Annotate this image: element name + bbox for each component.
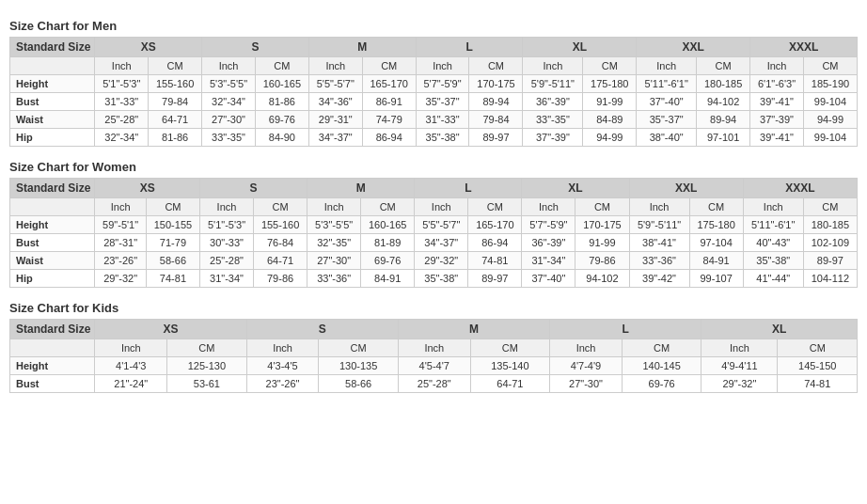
women-xxl-header: XXL: [629, 179, 743, 198]
cell-value: 5'9"-5'11": [523, 75, 583, 93]
kids-title: Size Chart for Kids: [9, 301, 858, 315]
cell-value: 74-79: [362, 111, 416, 129]
cell-value: 35"-38": [415, 270, 468, 288]
cell-value: 6'1"-6'3": [750, 75, 804, 93]
cell-value: 41"-44": [743, 270, 803, 288]
men-m-cm: CM: [362, 57, 416, 75]
cell-value: 29"-32": [95, 270, 146, 288]
women-xxxl-header: XXXL: [743, 179, 857, 198]
cell-value: 39"-41": [750, 93, 804, 111]
cell-value: 4'5-4'7: [398, 357, 470, 375]
men-xs-header: XS: [95, 38, 202, 57]
kids-s-header: S: [246, 320, 398, 339]
cell-value: 64-71: [253, 252, 307, 270]
cell-value: 86-94: [362, 129, 416, 147]
cell-value: 25"-28": [200, 252, 254, 270]
row-label: Height: [10, 357, 95, 375]
cell-value: 30"-33": [200, 234, 254, 252]
cell-value: 35"-37": [416, 93, 469, 111]
women-subheader-row: Inch CM Inch CM Inch CM Inch CM Inch CM …: [10, 198, 858, 216]
cell-value: 4'1-4'3: [95, 357, 167, 375]
cell-value: 34"-36": [308, 93, 362, 111]
women-header-row: Standard Size XS S M L XL XXL XXXL: [10, 179, 858, 198]
cell-value: 35"-37": [637, 111, 697, 129]
kids-xl-cm: CM: [778, 339, 858, 357]
cell-value: 32"-34": [202, 93, 256, 111]
cell-value: 58-66: [146, 252, 199, 270]
men-subheader-row: Inch CM Inch CM Inch CM Inch CM Inch CM …: [10, 57, 858, 75]
women-m-cm: CM: [361, 198, 415, 216]
cell-value: 58-66: [319, 375, 398, 393]
cell-value: 4'3-4'5: [246, 357, 319, 375]
women-l-inch: Inch: [415, 198, 468, 216]
cell-value: 5'7"-5'9": [416, 75, 469, 93]
women-tbody: Height59"-5'1"150-1555'1"-5'3"155-1605'3…: [10, 216, 858, 288]
men-s-cm: CM: [255, 57, 308, 75]
cell-value: 79-86: [575, 252, 629, 270]
cell-value: 89-97: [469, 129, 523, 147]
kids-xs-header: XS: [95, 320, 246, 339]
cell-value: 94-99: [803, 111, 857, 129]
cell-value: 31"-34": [200, 270, 254, 288]
cell-value: 79-86: [253, 270, 307, 288]
kids-empty-subheader: [10, 339, 95, 357]
cell-value: 59"-5'1": [95, 216, 146, 234]
cell-value: 5'9"-5'11": [629, 216, 689, 234]
women-l-header: L: [415, 179, 522, 198]
cell-value: 175-180: [689, 216, 743, 234]
row-label: Waist: [10, 252, 95, 270]
kids-std-size-header: Standard Size: [10, 320, 95, 339]
men-std-size-header: Standard Size: [10, 38, 95, 57]
cell-value: 91-99: [583, 93, 637, 111]
cell-value: 86-91: [362, 93, 416, 111]
cell-value: 160-165: [255, 75, 308, 93]
cell-value: 140-145: [622, 357, 701, 375]
cell-value: 94-99: [583, 129, 637, 147]
cell-value: 104-112: [803, 270, 857, 288]
cell-value: 34"-37": [308, 129, 362, 147]
cell-value: 39"-41": [750, 129, 804, 147]
cell-value: 165-170: [468, 216, 522, 234]
table-row: Hip32"-34"81-8633"-35"84-9034"-37"86-943…: [10, 129, 858, 147]
kids-xl-inch: Inch: [701, 339, 778, 357]
cell-value: 74-81: [778, 375, 858, 393]
table-row: Waist25"-28"64-7127"-30"69-7629"-31"74-7…: [10, 111, 858, 129]
cell-value: 5'11"-6'1": [637, 75, 697, 93]
cell-value: 28"-31": [95, 234, 146, 252]
cell-value: 21"-24": [95, 375, 167, 393]
cell-value: 91-99: [575, 234, 629, 252]
men-xxl-cm: CM: [697, 57, 750, 75]
cell-value: 170-175: [469, 75, 523, 93]
cell-value: 145-150: [778, 357, 858, 375]
cell-value: 175-180: [583, 75, 637, 93]
row-label: Hip: [10, 270, 95, 288]
cell-value: 25"-28": [398, 375, 470, 393]
women-section: Size Chart for Women Standard Size XS S …: [9, 160, 858, 288]
women-xs-cm: CM: [146, 198, 199, 216]
cell-value: 71-79: [146, 234, 199, 252]
men-title: Size Chart for Men: [9, 19, 858, 33]
cell-value: 150-155: [146, 216, 199, 234]
row-label: Height: [10, 216, 95, 234]
men-xl-header: XL: [523, 38, 637, 57]
men-tbody: Height5'1"-5'3"155-1605'3"-5'5"160-1655'…: [10, 75, 858, 147]
cell-value: 31"-34": [522, 252, 575, 270]
cell-value: 32"-34": [95, 129, 149, 147]
men-l-header: L: [416, 38, 523, 57]
kids-l-header: L: [550, 320, 701, 339]
cell-value: 135-140: [470, 357, 549, 375]
cell-value: 79-84: [149, 93, 202, 111]
cell-value: 29"-31": [308, 111, 362, 129]
cell-value: 31"-33": [95, 93, 149, 111]
kids-tbody: Height4'1-4'3125-1304'3-4'5130-1354'5-4'…: [10, 357, 858, 393]
cell-value: 74-81: [468, 252, 522, 270]
women-xl-inch: Inch: [522, 198, 575, 216]
women-s-cm: CM: [253, 198, 307, 216]
men-xxxl-cm: CM: [803, 57, 857, 75]
women-xxxl-inch: Inch: [743, 198, 803, 216]
men-m-header: M: [308, 38, 416, 57]
kids-xs-inch: Inch: [95, 339, 167, 357]
cell-value: 5'5"-5'7": [308, 75, 362, 93]
men-s-inch: Inch: [202, 57, 256, 75]
women-m-header: M: [307, 179, 415, 198]
